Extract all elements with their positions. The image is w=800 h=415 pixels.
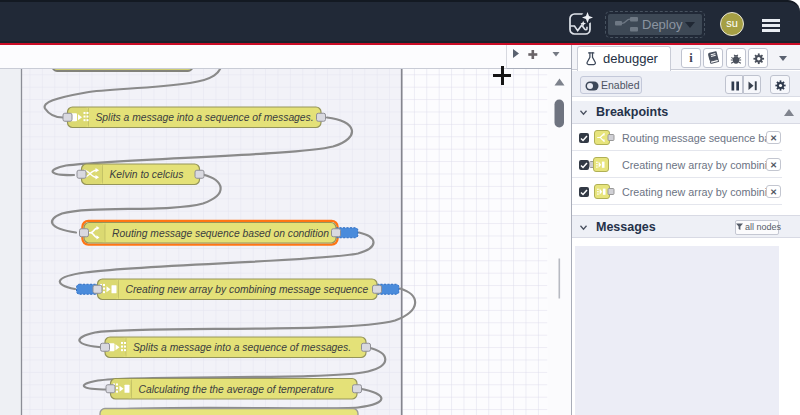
svg-text:Splits a message into a sequen: Splits a message into a sequence of mess… <box>133 342 351 353</box>
svg-text:Calculating the the average of: Calculating the the average of temperatu… <box>139 383 334 394</box>
svg-text:Routing message sequence based: Routing message sequence based on condit… <box>112 227 329 238</box>
svg-text:Splits a message into a sequen: Splits a message into a sequence of mess… <box>96 112 314 123</box>
svg-text:Kelvin to celcius: Kelvin to celcius <box>110 169 184 180</box>
svg-text:Creating new array by combinin: Creating new array by combining message … <box>126 284 369 295</box>
